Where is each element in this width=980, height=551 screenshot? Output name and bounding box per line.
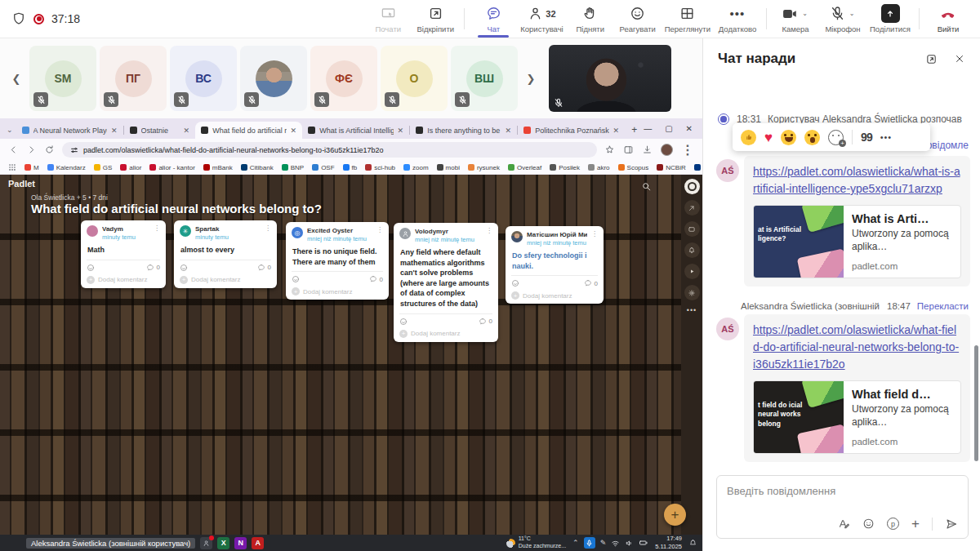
loop-component-icon[interactable]: p [887,518,899,530]
format-icon[interactable] [684,221,700,237]
thumbs-up-reaction-icon[interactable] [741,130,756,145]
tab-close-icon[interactable]: ✕ [398,127,404,135]
participant-tile[interactable]: ВШ [451,46,518,111]
participant-tile[interactable]: ФЄ [310,46,377,111]
bookmark-item[interactable]: alior - kantor [149,164,194,171]
window-minimize-button[interactable]: — [644,124,652,133]
tab-close-icon[interactable]: ✕ [291,127,297,135]
forward-icon[interactable] [26,144,37,155]
tray-notification-icon[interactable] [688,539,697,548]
send-message-icon[interactable] [945,518,958,531]
translate-link[interactable]: Перекласти [917,301,969,311]
browser-tab[interactable]: Politechnika Poznańska do Poli ✕ [518,122,625,139]
add-comment-button[interactable]: + Dodaj komentarz [180,276,271,284]
view-button[interactable]: Переглянути [662,0,714,38]
bookmark-item[interactable]: BNP [282,164,304,171]
mic-button[interactable]: ⌄ Мікрофон [819,0,866,38]
browser-tab[interactable]: Ostatnie ✕ [124,122,196,139]
mic-options-chevron-icon[interactable]: ⌄ [849,10,855,17]
bookmark-item[interactable]: GS [94,164,113,171]
site-info-icon[interactable] [70,146,78,154]
quote-reply-icon[interactable]: 99 [861,131,872,144]
comment-count[interactable]: 0 [369,275,383,283]
bookmark-item[interactable]: Kalendarz [47,164,86,171]
participant-tile[interactable] [240,46,307,111]
add-reaction-icon[interactable]: + [828,130,844,145]
padlet-card[interactable]: ✳ Spartak minuty temu ⋮ almost to every [174,220,277,288]
add-comment-button[interactable]: + Dodaj komentarz [292,287,383,295]
participant-tile[interactable]: ВС [170,46,237,111]
padlet-user-avatar[interactable] [684,179,700,194]
chat-scrollbar[interactable] [974,345,978,461]
tray-mic-icon[interactable] [584,537,595,549]
bookmark-star-icon[interactable] [604,144,615,155]
more-actions-button[interactable]: ••• Додатково [714,0,761,38]
card-menu-icon[interactable]: ⋮ [265,225,271,232]
add-reaction-icon[interactable] [87,264,95,272]
attach-plus-icon[interactable]: + [911,517,920,531]
padlet-card[interactable]: Volodymyr mniej niż minutę temu ⋮ Any fi… [394,223,498,342]
taskbar-clock[interactable]: 17:49 5.11.2025 [655,535,682,551]
message-link[interactable]: https://padlet.com/olaswietlicka/what-fi… [753,322,961,373]
share-arrow-icon[interactable] [684,200,700,216]
participant-tile[interactable]: ПГ [100,46,167,111]
address-bar[interactable]: padlet.com/olaswietlicka/what-field-do-a… [62,142,597,158]
camera-options-chevron-icon[interactable]: ⌄ [802,10,808,17]
taskbar-office-icon[interactable]: N [234,537,247,549]
link-preview-card[interactable]: t field do icial neural works belong Wha… [753,380,961,454]
settings-gear-icon[interactable] [684,285,700,300]
message-link[interactable]: https://padlet.com/olaswietlicka/what-is… [753,163,961,198]
bell-icon[interactable] [684,242,700,258]
add-comment-button[interactable]: + Dodaj komentarz [399,330,492,338]
tray-volume-icon[interactable] [625,539,634,548]
browser-tab[interactable]: Is there anything to be afraid o ✕ [410,122,517,139]
window-close-button[interactable]: ✕ [686,124,693,133]
presenter-video-tile[interactable] [549,45,671,112]
add-reaction-icon[interactable] [292,275,300,283]
bookmark-item[interactable]: mobi [437,164,460,171]
emoji-icon[interactable] [862,518,875,530]
bookmark-item[interactable]: M [24,164,39,171]
card-menu-icon[interactable]: ⋮ [376,227,383,233]
link-preview-card[interactable]: at is Artificial ligence? What is Arti… … [753,205,961,278]
browser-profile-avatar[interactable] [661,144,673,156]
tray-battery-icon[interactable] [639,538,648,548]
add-reaction-icon[interactable] [399,318,408,326]
taskbar-acrobat-icon[interactable]: A [252,537,264,549]
bookmark-item[interactable]: OSF [312,164,334,171]
comment-count[interactable]: 0 [479,318,492,326]
format-text-icon[interactable] [838,518,850,530]
heart-reaction-icon[interactable]: ♥ [764,131,773,144]
bookmark-item[interactable]: NCBiR [657,164,685,171]
bookmark-item[interactable]: alior [120,164,141,171]
bookmark-item[interactable]: zoom [403,164,429,171]
card-menu-icon[interactable]: ⋮ [591,231,598,238]
bookmark-item[interactable]: Posiłek [550,164,580,171]
close-chat-icon[interactable] [954,53,965,65]
apps-grid-icon[interactable] [8,163,16,171]
padlet-card[interactable]: Vadym minuty temu ⋮ Math 0 [81,220,166,288]
bookmark-item[interactable]: fb [343,164,358,171]
browser-tab[interactable]: What is Artificial Intelligence? ✕ [302,122,409,139]
unpin-button[interactable]: Відкріпити [412,0,459,38]
taskbar-teams-icon[interactable] [200,537,212,549]
bookmark-item[interactable]: Scopus [618,164,649,171]
start-presenting-button[interactable]: Почати [364,0,412,38]
tab-close-icon[interactable]: ✕ [506,127,512,135]
people-button[interactable]: 32 Користувачі [517,0,566,38]
bookmark-item[interactable]: Citibank [241,164,274,171]
raise-hand-button[interactable]: Підняти [567,0,614,38]
tray-wifi-icon[interactable] [611,539,620,548]
slideshow-play-icon[interactable] [684,264,700,279]
bookmark-item[interactable]: mBank [203,164,233,171]
camera-button[interactable]: ⌄ Камера [772,0,819,38]
bookmark-item[interactable]: sci-hub [365,164,395,171]
popout-chat-icon[interactable] [925,53,938,65]
padlet-card[interactable]: Матісшин Юрій Миколайович mniej niż minu… [506,226,604,304]
bookmark-item[interactable]: rysunek [468,164,500,171]
card-menu-icon[interactable]: ⋮ [154,225,160,232]
new-tab-button[interactable]: + [631,124,637,136]
browser-menu-icon[interactable]: ⋮ [681,142,694,158]
taskbar-excel-icon[interactable]: X [217,537,229,549]
tab-close-icon[interactable]: ✕ [111,127,118,135]
